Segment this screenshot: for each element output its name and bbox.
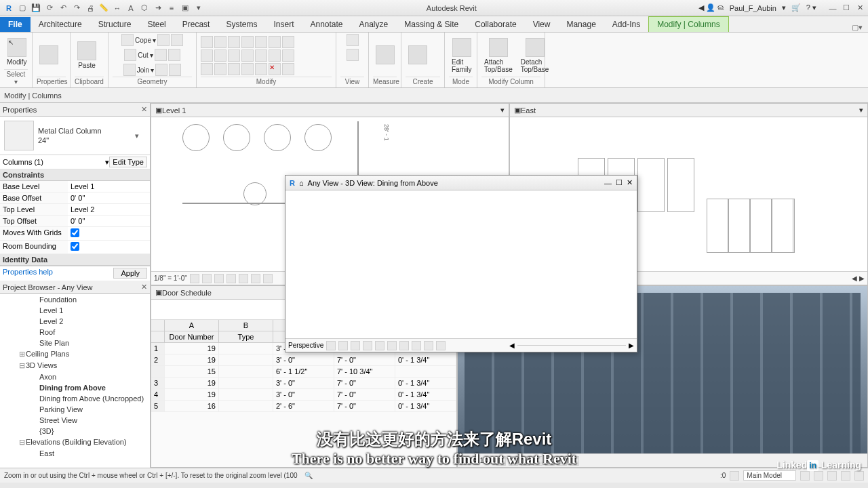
floating-title-bar[interactable]: R ⌂ Any View - 3D View: Dining from Abov… xyxy=(285,176,637,190)
detail-level-icon[interactable] xyxy=(190,274,199,283)
tab-architecture[interactable]: Architecture xyxy=(31,17,90,32)
tab-analyze[interactable]: Analyze xyxy=(351,17,397,32)
tab-insert[interactable]: Insert xyxy=(265,17,302,32)
filter-combo[interactable]: Columns (1) xyxy=(3,158,105,166)
dim-icon[interactable]: ↔ xyxy=(111,2,123,14)
tree-group[interactable]: ⊞Ceiling Plans xyxy=(0,348,150,360)
3d-icon[interactable]: ⬡ xyxy=(138,2,151,14)
save-icon[interactable]: 💾 xyxy=(30,2,42,14)
apply-button[interactable]: Apply xyxy=(113,268,147,279)
tab-view[interactable]: View xyxy=(525,17,559,32)
property-checkbox[interactable] xyxy=(71,228,79,237)
section-icon[interactable]: ➜ xyxy=(152,2,164,14)
ribbon-collapse-icon[interactable]: ▢▾ xyxy=(846,23,868,32)
tree-item[interactable]: Axon xyxy=(0,371,150,382)
array-icon[interactable] xyxy=(269,36,281,48)
sync-icon[interactable]: ⟳ xyxy=(43,2,56,14)
project-browser[interactable]: FoundationLevel 1Level 2RoofSite Plan⊞Ce… xyxy=(0,294,150,468)
revit-logo-icon[interactable]: R xyxy=(3,2,15,14)
schedule-row[interactable]: 4193' - 0"7' - 0"0' - 1 3/4" xyxy=(151,389,456,401)
sun-path-icon[interactable] xyxy=(214,274,224,283)
type-selector[interactable]: Metal Clad Column 24" ▾ xyxy=(0,117,150,155)
filter-icon[interactable] xyxy=(730,471,739,481)
maximize-icon[interactable]: ☐ xyxy=(841,3,852,14)
copy-icon[interactable] xyxy=(214,36,226,48)
thin-lines-icon[interactable]: ≡ xyxy=(165,2,178,14)
tab-file[interactable]: File xyxy=(0,17,31,32)
perspective-label[interactable]: Perspective xyxy=(288,342,323,349)
print-icon[interactable]: 🖨 xyxy=(84,2,96,14)
properties-close-icon[interactable]: ✕ xyxy=(141,105,147,114)
tree-item[interactable]: Parking View xyxy=(0,404,150,415)
tree-item[interactable]: Site Plan xyxy=(0,338,150,348)
selection-count-icon[interactable]: :0 xyxy=(720,472,726,479)
help-icon[interactable]: ? ▾ xyxy=(806,3,816,12)
close-icon[interactable]: ✕ xyxy=(854,3,865,14)
tree-item[interactable]: Dining from Above (Uncropped) xyxy=(0,393,150,404)
tab-steel[interactable]: Steel xyxy=(139,17,174,32)
exchange-icon[interactable]: 🛒 xyxy=(791,3,801,12)
tree-group[interactable]: ⊟3D Views xyxy=(0,360,150,371)
schedule-row[interactable]: 5162' - 6"7' - 0"0' - 1 3/4" xyxy=(151,401,456,412)
scale-icon[interactable] xyxy=(282,36,294,48)
tree-item[interactable]: East xyxy=(0,448,150,459)
tab-modify-columns[interactable]: Modify | Columns xyxy=(648,16,728,32)
schedule-row[interactable]: 3193' - 0"7' - 0"0' - 1 3/4" xyxy=(151,378,456,389)
visual-style-icon[interactable] xyxy=(202,274,212,283)
info-icon[interactable]: ◀ 👤 ଲ xyxy=(698,3,724,12)
tree-item[interactable]: {3D} xyxy=(0,426,150,436)
property-value[interactable]: 0' 0" xyxy=(68,192,150,203)
property-value[interactable]: Level 1 xyxy=(68,181,150,192)
tree-item[interactable]: Roof xyxy=(0,327,150,338)
constraints-group[interactable]: Constraints xyxy=(0,169,150,181)
tab-collaborate[interactable]: Collaborate xyxy=(467,17,524,32)
close-views-icon[interactable]: ▣ xyxy=(179,2,191,14)
move-icon[interactable] xyxy=(201,36,213,48)
open-icon[interactable]: ▢ xyxy=(16,2,28,14)
identity-group[interactable]: Identity Data xyxy=(0,254,150,266)
tree-item[interactable]: Foundation xyxy=(0,294,150,305)
tab-systems[interactable]: Systems xyxy=(218,17,265,32)
view-tool-icon[interactable] xyxy=(347,34,359,46)
detach-button[interactable]: Detach Top/Base xyxy=(518,37,552,75)
browser-close-icon[interactable]: ✕ xyxy=(141,283,147,291)
property-value[interactable]: 0' 0" xyxy=(68,216,150,226)
float-min-icon[interactable]: — xyxy=(604,179,612,187)
float-max-icon[interactable]: ☐ xyxy=(616,178,623,187)
tab-massing[interactable]: Massing & Site xyxy=(396,17,467,32)
status-icon[interactable]: 🔍 xyxy=(304,472,313,479)
tree-group[interactable]: ⊟Elevations (Building Elevation) xyxy=(0,436,150,448)
attach-button[interactable]: Attach Top/Base xyxy=(481,37,515,75)
tab-manage[interactable]: Manage xyxy=(558,17,604,32)
property-value[interactable] xyxy=(68,227,150,240)
workset-combo[interactable]: Main Model xyxy=(743,470,796,481)
tree-item[interactable]: Level 2 xyxy=(0,316,150,327)
property-checkbox[interactable] xyxy=(71,242,79,251)
properties-button[interactable] xyxy=(37,44,61,67)
measure-button[interactable] xyxy=(373,44,397,67)
tab-annotate[interactable]: Annotate xyxy=(302,17,351,32)
text-icon[interactable]: A xyxy=(125,2,137,14)
floating-canvas[interactable] xyxy=(285,190,637,338)
switch-windows-icon[interactable]: ▾ xyxy=(193,2,205,14)
property-value[interactable] xyxy=(68,241,150,253)
shadows-icon[interactable] xyxy=(226,274,236,283)
float-close-icon[interactable]: ✕ xyxy=(627,178,633,187)
property-value[interactable]: Level 2 xyxy=(68,204,150,215)
user-dropdown-icon[interactable]: ▾ xyxy=(782,3,786,12)
tree-item[interactable]: Dining from Above xyxy=(0,382,150,393)
create-button[interactable] xyxy=(406,44,430,67)
tree-item[interactable]: Street View xyxy=(0,415,150,426)
undo-icon[interactable]: ↶ xyxy=(57,2,69,14)
paste-button[interactable]: Paste xyxy=(75,40,99,70)
minimize-icon[interactable]: — xyxy=(827,3,838,14)
floating-3d-window[interactable]: R ⌂ Any View - 3D View: Dining from Abov… xyxy=(285,175,637,352)
measure-icon[interactable]: 📏 xyxy=(98,2,110,14)
schedule-row[interactable]: 2193' - 0"7' - 0"0' - 1 3/4" xyxy=(151,354,456,366)
tab-structure[interactable]: Structure xyxy=(90,17,140,32)
join-button[interactable]: Join ▾ xyxy=(123,64,181,76)
tree-expand-icon[interactable]: ⊟ xyxy=(19,438,26,447)
type-dropdown-icon[interactable]: ▾ xyxy=(135,131,146,140)
tree-item[interactable]: Level 1 xyxy=(0,305,150,316)
rotate-icon[interactable] xyxy=(228,36,240,48)
